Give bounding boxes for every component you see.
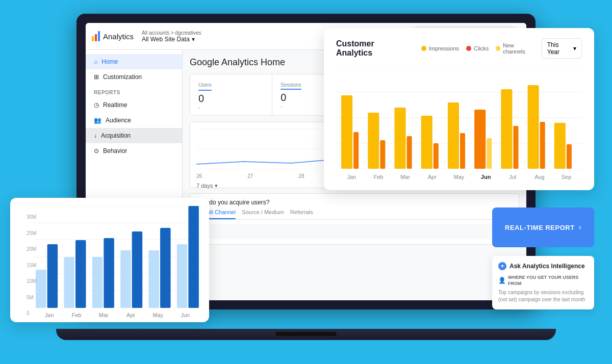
metric-users: Users 0 - [190, 74, 272, 115]
ca-x-aug: Aug [527, 174, 552, 180]
acquisition-title: How do you acquire users? [195, 199, 514, 206]
realtime-arrow-icon: › [579, 223, 581, 232]
ask-analytics-title: ✦ Ask Analytics Intelligence [498, 262, 588, 270]
ca-x-sep: Sep [554, 174, 579, 180]
ca-x-may: May [446, 174, 472, 180]
ca-header: Customer Analytics Impressions Clicks Ne… [336, 38, 582, 59]
svg-rect-30 [36, 270, 46, 308]
svg-rect-33 [75, 240, 86, 308]
nav-home[interactable]: ⌂ Home [86, 54, 182, 69]
ca-x-labels: Jan Feb Mar Apr May Jun Jul Aug Sep [336, 174, 582, 180]
nav-acquisition[interactable]: ↓ Acquisition [86, 128, 182, 143]
new-channels-dot [496, 46, 500, 51]
svg-rect-39 [160, 228, 171, 308]
impressions-dot [421, 46, 426, 51]
svg-rect-31 [47, 244, 58, 308]
ca-x-feb: Feb [366, 174, 391, 180]
svg-rect-6 [353, 132, 359, 169]
ga-title: Analytics [103, 32, 134, 41]
fc-y-labels: 30M 25M 20M 15M 10M 5M 0 [27, 214, 36, 316]
svg-rect-11 [421, 116, 432, 169]
realtime-icon: ◷ [94, 101, 99, 109]
ca-x-jan: Jan [339, 174, 364, 180]
legend-new-channels: New channels [496, 42, 533, 55]
sessions-label: Sessions [280, 82, 301, 90]
svg-rect-14 [460, 133, 465, 169]
svg-rect-36 [120, 250, 131, 308]
fc-x-jan: Jan [37, 312, 62, 318]
acquisition-table-placeholder [195, 224, 514, 239]
svg-rect-8 [380, 140, 385, 169]
svg-rect-37 [132, 231, 143, 308]
fc-x-jun: Jun [172, 312, 198, 318]
fc-x-apr: Apr [118, 312, 144, 318]
svg-rect-13 [448, 102, 459, 169]
tab-source-medium[interactable]: Source / Medium [242, 209, 284, 219]
svg-rect-18 [513, 126, 518, 169]
period-select[interactable]: This Year ▾ [542, 38, 582, 59]
floating-bar-chart [34, 206, 201, 308]
acquisition-icon: ↓ [94, 132, 97, 139]
legend-impressions: Impressions [421, 42, 459, 55]
users-label: Users [198, 82, 212, 91]
svg-rect-22 [567, 144, 572, 169]
customization-icon: ⊞ [94, 73, 99, 81]
ga-acquisition-tabs: Default Channel Source / Medium Referral… [195, 209, 514, 220]
laptop-base [56, 329, 556, 340]
ca-x-jun: Jun [473, 174, 499, 180]
logo-bar2 [95, 34, 97, 41]
legend-clicks: Clicks [466, 42, 489, 55]
customer-analytics-chart [336, 67, 582, 169]
nav-realtime[interactable]: ◷ Realtime [86, 97, 182, 113]
svg-rect-34 [92, 257, 103, 308]
home-icon: ⌂ [94, 58, 97, 65]
clicks-dot [466, 46, 471, 51]
laptop-wrapper: Customer Analytics Impressions Clicks Ne… [38, 14, 574, 350]
nav-audience[interactable]: 👥 Audience [86, 113, 182, 128]
ca-x-apr: Apr [419, 174, 445, 180]
svg-rect-12 [434, 143, 439, 169]
realtime-report-button[interactable]: REAL-TIME REPORT › [492, 207, 594, 247]
fc-x-mar: Mar [91, 312, 116, 318]
ga-property: All Web Site Data ▾ [142, 36, 201, 43]
svg-rect-41 [188, 206, 199, 308]
nav-section-reports: REPORTS [86, 85, 182, 97]
ca-x-jul: Jul [500, 174, 525, 180]
svg-rect-7 [368, 113, 379, 169]
nav-customization[interactable]: ⊞ Customization [86, 69, 182, 85]
ca-x-mar: Mar [393, 174, 418, 180]
svg-rect-38 [149, 250, 160, 308]
customer-analytics-card: Customer Analytics Impressions Clicks Ne… [324, 28, 594, 190]
ga-logo-icon [92, 31, 100, 41]
svg-rect-10 [407, 136, 412, 169]
svg-rect-16 [487, 138, 492, 169]
ca-legend: Impressions Clicks New channels [421, 42, 533, 55]
svg-rect-21 [554, 123, 566, 169]
ask-analytics-content: 👤 WHERE YOU GET YOUR USERS FROM Top camp… [498, 274, 588, 303]
svg-rect-32 [64, 257, 74, 308]
svg-rect-5 [341, 95, 352, 169]
ask-analytics-row: 👤 WHERE YOU GET YOUR USERS FROM [498, 274, 588, 287]
svg-rect-35 [104, 238, 114, 308]
ga-acquisition-section: How do you acquire users? Default Channe… [190, 193, 519, 245]
fc-x-labels: Jan Feb Mar Apr May Jun [34, 312, 201, 318]
svg-rect-19 [528, 85, 539, 169]
svg-rect-9 [394, 108, 405, 169]
ask-analytics-icon: ✦ [498, 262, 506, 270]
fc-chart-container: 30M 25M 20M 15M 10M 5M 0 [18, 206, 201, 310]
logo-bar3 [98, 31, 100, 41]
users-value: 0 [198, 93, 264, 105]
floating-chart-card: 30M 25M 20M 15M 10M 5M 0 [10, 198, 209, 322]
svg-rect-17 [501, 89, 512, 169]
nav-behavior[interactable]: ⊙ Behavior [86, 143, 182, 159]
svg-rect-40 [177, 244, 188, 308]
svg-rect-15 [474, 110, 486, 169]
ga-logo: Analytics [92, 31, 134, 41]
tab-referrals[interactable]: Referrals [290, 209, 313, 219]
ca-title: Customer Analytics [336, 39, 409, 58]
fc-x-feb: Feb [64, 312, 89, 318]
ga-account-block: All accounts > dgcreatives All Web Site … [142, 30, 201, 43]
logo-bar1 [92, 36, 94, 41]
user-icon: 👤 [498, 276, 506, 285]
last-days-selector[interactable]: 7 days ▾ [196, 183, 218, 189]
